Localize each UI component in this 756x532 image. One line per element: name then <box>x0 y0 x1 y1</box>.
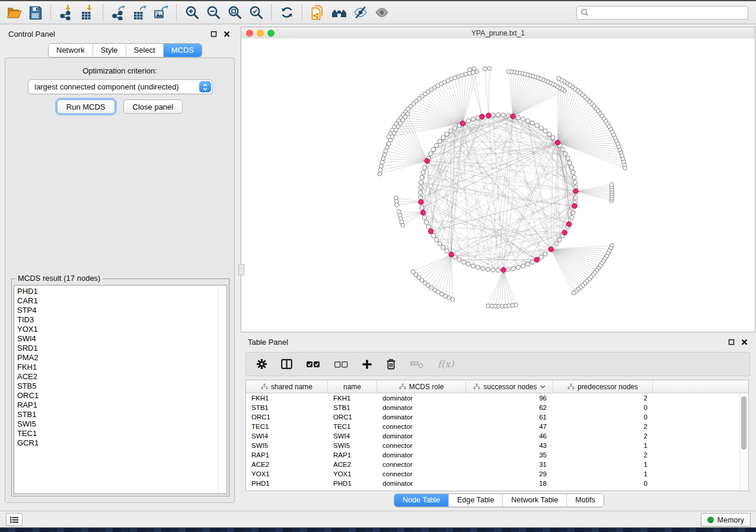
export-table-button[interactable] <box>129 2 151 23</box>
deselect-all-rows-button[interactable] <box>334 360 348 368</box>
export-network-button[interactable] <box>108 2 129 23</box>
mcds-result-item[interactable]: ORC1 <box>14 391 218 400</box>
zoom-in-button[interactable] <box>181 2 203 23</box>
zoom-out-button[interactable] <box>203 2 224 23</box>
cell-mcds-role[interactable]: dominator <box>377 432 466 440</box>
close-panel-action-button[interactable]: Close panel <box>123 100 183 114</box>
cell-successor-nodes[interactable]: 62 <box>466 404 553 411</box>
table-scrollbar[interactable] <box>739 394 748 490</box>
cell-mcds-role[interactable]: connector <box>377 470 466 477</box>
table-row[interactable]: ACE2 ACE2 connector 31 1 <box>246 460 740 469</box>
cell-predecessor-nodes[interactable]: 0 <box>553 404 653 411</box>
cell-name[interactable]: SWI4 <box>328 432 377 440</box>
table-row[interactable]: FKH1 FKH1 dominator 96 2 <box>246 393 740 403</box>
table-row[interactable]: RAP1 RAP1 dominator 35 2 <box>246 450 740 460</box>
mcds-result-item[interactable]: PMA2 <box>14 353 218 363</box>
cell-name[interactable]: RAP1 <box>328 451 377 459</box>
table-row[interactable]: ORC1 ORC1 dominator 61 0 <box>246 412 740 422</box>
mcds-result-item[interactable]: FKH1 <box>14 363 218 372</box>
cell-mcds-role[interactable]: connector <box>377 423 466 430</box>
cell-successor-nodes[interactable]: 47 <box>466 423 553 430</box>
cell-mcds-role[interactable]: dominator <box>377 395 466 402</box>
column-header-mcds-role[interactable]: MCDS role <box>377 380 466 393</box>
cell-successor-nodes[interactable]: 43 <box>466 442 553 449</box>
cell-shared-name[interactable]: TEC1 <box>246 423 328 430</box>
select-all-rows-button[interactable] <box>306 360 320 368</box>
cell-name[interactable]: ORC1 <box>328 414 377 421</box>
clone-network-button[interactable] <box>307 2 328 23</box>
cell-shared-name[interactable]: ORC1 <box>246 414 328 421</box>
panel-splitter-handle[interactable] <box>238 264 244 275</box>
show-columns-button[interactable] <box>281 359 292 369</box>
table-row[interactable]: YOX1 YOX1 connector 29 1 <box>246 469 740 479</box>
save-session-button[interactable] <box>25 2 46 23</box>
cell-predecessor-nodes[interactable]: 0 <box>553 414 653 421</box>
cell-predecessor-nodes[interactable]: 1 <box>553 470 653 477</box>
cell-successor-nodes[interactable]: 96 <box>466 395 553 402</box>
mcds-result-item[interactable]: RAP1 <box>14 400 218 410</box>
close-table-panel-button[interactable] <box>741 339 748 345</box>
mcds-result-item[interactable]: ACE2 <box>14 372 218 382</box>
table-settings-button[interactable] <box>256 358 267 370</box>
cell-predecessor-nodes[interactable]: 1 <box>553 461 653 468</box>
cell-shared-name[interactable]: SWI5 <box>246 442 328 449</box>
cell-successor-nodes[interactable]: 35 <box>466 451 553 459</box>
delete-rows-button[interactable] <box>386 358 396 370</box>
cell-predecessor-nodes[interactable]: 1 <box>553 442 653 449</box>
table-row[interactable]: STB1 STB1 dominator 62 0 <box>246 403 740 412</box>
mcds-result-item[interactable]: PHD1 <box>14 287 218 296</box>
column-header-predecessor-nodes[interactable]: predecessor nodes <box>553 380 653 393</box>
apply-layout-button[interactable] <box>276 2 298 23</box>
table-scrollbar-thumb[interactable] <box>741 396 747 450</box>
column-header-successor-nodes[interactable]: successor nodes <box>466 380 553 393</box>
mcds-result-item[interactable]: TEC1 <box>14 429 218 438</box>
mcds-result-item[interactable]: STP4 <box>14 306 218 315</box>
network-graph[interactable] <box>241 39 755 332</box>
hide-selected-button[interactable] <box>350 2 371 23</box>
mcds-result-item[interactable]: SWI5 <box>14 419 218 429</box>
mcds-result-item[interactable]: YOX1 <box>14 325 218 334</box>
mcds-result-list[interactable]: PHD1 CAR1 STP4 TID3 YOX1 SWI4 SRD1 <box>14 285 227 494</box>
cell-predecessor-nodes[interactable]: 2 <box>553 432 653 440</box>
task-history-button[interactable] <box>6 513 23 526</box>
window-close-button[interactable] <box>246 30 253 37</box>
cell-successor-nodes[interactable]: 18 <box>466 480 553 487</box>
mcds-result-item[interactable]: GCR1 <box>14 438 218 448</box>
tab-network-table[interactable]: Network Table <box>502 494 566 507</box>
cell-predecessor-nodes[interactable]: 2 <box>553 395 653 402</box>
tab-motifs[interactable]: Motifs <box>566 494 603 507</box>
add-row-button[interactable] <box>362 359 372 370</box>
cell-name[interactable]: FKH1 <box>328 395 377 402</box>
memory-button[interactable]: Memory <box>701 513 751 527</box>
search-network-button[interactable] <box>328 2 350 23</box>
open-file-button[interactable] <box>4 2 25 23</box>
cell-mcds-role[interactable]: dominator <box>377 414 466 421</box>
float-panel-button[interactable] <box>210 31 217 37</box>
zoom-fit-button[interactable] <box>224 2 245 23</box>
cell-successor-nodes[interactable]: 46 <box>466 432 553 440</box>
mcds-result-item[interactable]: TID3 <box>14 315 218 325</box>
cell-shared-name[interactable]: ACE2 <box>246 461 328 468</box>
tab-select[interactable]: Select <box>126 44 163 57</box>
window-maximize-button[interactable] <box>267 30 275 37</box>
float-table-panel-button[interactable] <box>728 339 735 345</box>
tab-network[interactable]: Network <box>49 44 92 57</box>
column-header-name[interactable]: name <box>328 380 377 393</box>
cell-mcds-role[interactable]: dominator <box>377 480 466 487</box>
run-mcds-button[interactable]: Run MCDS <box>57 100 115 114</box>
network-canvas[interactable] <box>241 39 755 332</box>
cell-predecessor-nodes[interactable]: 0 <box>553 480 653 487</box>
cell-name[interactable]: ACE2 <box>328 461 377 468</box>
import-table-button[interactable] <box>77 2 98 23</box>
mcds-result-item[interactable]: SRD1 <box>14 344 218 353</box>
zoom-selected-button[interactable] <box>245 2 267 23</box>
cell-shared-name[interactable]: FKH1 <box>246 395 328 402</box>
search-input[interactable] <box>592 8 744 17</box>
tab-node-table[interactable]: Node Table <box>394 494 448 507</box>
close-panel-button[interactable] <box>224 31 230 37</box>
cell-name[interactable]: YOX1 <box>328 470 377 477</box>
table-row[interactable]: TEC1 TEC1 connector 47 2 <box>246 422 740 431</box>
mcds-result-item[interactable]: STB5 <box>14 382 218 391</box>
cell-successor-nodes[interactable]: 61 <box>466 414 553 421</box>
mcds-list-scrollbar[interactable] <box>218 286 226 493</box>
